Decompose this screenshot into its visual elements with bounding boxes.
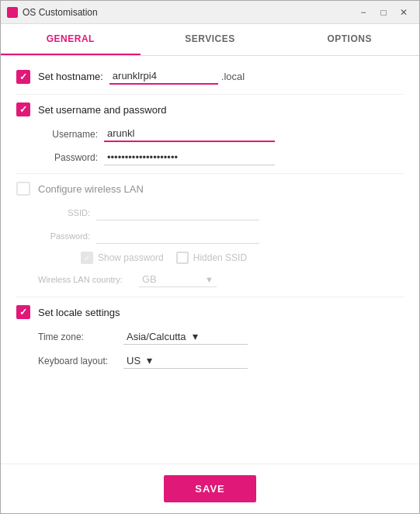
show-password-checkbox-row: Show password [81, 252, 164, 264]
hidden-ssid-label: Hidden SSID [193, 252, 247, 263]
hostname-section-row: Set hostname: .local [16, 68, 404, 85]
wireless-password-row: Password: [38, 228, 404, 244]
locale-checkbox[interactable] [16, 305, 30, 319]
username-input[interactable] [104, 126, 275, 142]
show-password-checkbox[interactable] [81, 252, 93, 264]
hostname-input[interactable] [109, 68, 218, 85]
keyboard-dropdown-arrow: ▾ [147, 354, 152, 366]
keyboard-label: Keyboard layout: [38, 356, 123, 366]
keyboard-select[interactable]: US ▾ [123, 353, 248, 369]
tab-bar: GENERAL SERVICES OPTIONS [1, 24, 419, 56]
footer: SAVE [1, 464, 419, 513]
username-row: Username: [38, 126, 404, 142]
country-select[interactable]: GB ▼ [139, 272, 217, 287]
ssid-row: SSID: [38, 205, 404, 221]
wireless-checkbox[interactable] [16, 182, 30, 196]
window-title: OS Customisation [23, 7, 354, 18]
tab-services[interactable]: SERVICES [141, 24, 280, 55]
tab-options[interactable]: OPTIONS [279, 24, 419, 55]
credentials-fields: Username: Password: [38, 126, 404, 165]
save-button[interactable]: SAVE [164, 475, 255, 502]
country-dropdown-arrow: ▼ [205, 275, 213, 284]
app-window: OS Customisation − □ ✕ GENERAL SERVICES … [0, 0, 420, 514]
divider-2 [16, 173, 404, 174]
ssid-input[interactable] [96, 205, 259, 221]
credentials-checkbox[interactable] [16, 102, 30, 116]
hostname-checkbox[interactable] [16, 70, 30, 84]
password-input[interactable] [104, 150, 275, 165]
wireless-label: Configure wireless LAN [38, 183, 144, 195]
timezone-value: Asia/Calcutta [127, 331, 186, 342]
app-icon [7, 7, 18, 18]
timezone-select[interactable]: Asia/Calcutta ▾ [123, 328, 248, 345]
main-content: Set hostname: .local Set username and pa… [1, 56, 419, 464]
wireless-section-row: Configure wireless LAN [16, 182, 404, 196]
divider-1 [16, 94, 404, 95]
hostname-suffix: .local [221, 71, 245, 82]
wireless-password-input[interactable] [96, 228, 259, 244]
hidden-ssid-checkbox[interactable] [176, 252, 189, 264]
hostname-label: Set hostname: [38, 71, 103, 82]
locale-label: Set locale settings [38, 307, 120, 318]
maximize-button[interactable]: □ [374, 5, 393, 20]
ssid-label: SSID: [38, 208, 96, 217]
keyboard-row: Keyboard layout: US ▾ [38, 353, 404, 369]
titlebar: OS Customisation − □ ✕ [1, 1, 419, 24]
tab-general[interactable]: GENERAL [1, 24, 141, 55]
window-controls: − □ ✕ [354, 5, 413, 20]
hidden-ssid-checkbox-row: Hidden SSID [176, 252, 247, 264]
country-value: GB [142, 273, 157, 285]
locale-fields: Time zone: Asia/Calcutta ▾ Keyboard layo… [38, 328, 404, 369]
timezone-label: Time zone: [38, 332, 123, 342]
timezone-dropdown-arrow: ▾ [193, 330, 198, 342]
password-label: Password: [38, 152, 104, 163]
show-password-row: Show password Hidden SSID [81, 252, 404, 264]
divider-3 [16, 297, 404, 297]
password-row: Password: [38, 150, 404, 165]
credentials-section-row: Set username and password [16, 102, 404, 116]
username-label: Username: [38, 129, 104, 140]
keyboard-value: US [127, 355, 141, 366]
country-label: Wireless LAN country: [38, 275, 139, 284]
close-button[interactable]: ✕ [394, 5, 413, 20]
wireless-password-label: Password: [38, 231, 96, 241]
credentials-label: Set username and password [38, 104, 166, 116]
locale-section-row: Set locale settings [16, 305, 404, 319]
show-password-label: Show password [98, 252, 164, 263]
minimize-button[interactable]: − [354, 5, 373, 20]
timezone-row: Time zone: Asia/Calcutta ▾ [38, 328, 404, 345]
wireless-fields: SSID: Password: [38, 205, 404, 244]
country-row: Wireless LAN country: GB ▼ [38, 272, 404, 287]
